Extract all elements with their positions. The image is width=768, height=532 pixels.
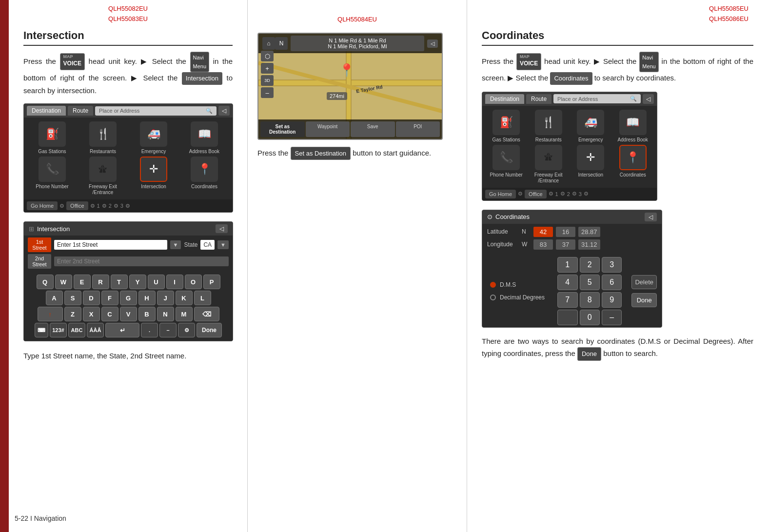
search-bar[interactable]: Place or Address 🔍 bbox=[95, 106, 217, 116]
key-g[interactable]: G bbox=[120, 291, 137, 305]
key-m[interactable]: M bbox=[176, 307, 193, 321]
waypoint-btn[interactable]: Waypoint bbox=[306, 121, 350, 137]
key-accents[interactable]: ÁÀÂ bbox=[87, 323, 104, 337]
emergency-item[interactable]: 🚑 Emergency bbox=[129, 121, 178, 155]
key-4[interactable]: 4 bbox=[557, 275, 577, 290]
map-nav-icon[interactable]: ⬡ bbox=[261, 51, 274, 61]
key-keyboard[interactable]: ⌨ bbox=[35, 323, 48, 337]
key-p[interactable]: P bbox=[203, 275, 220, 289]
key-y[interactable]: Y bbox=[129, 275, 146, 289]
key-z[interactable]: Z bbox=[64, 307, 81, 321]
lat-val1[interactable]: 42 bbox=[533, 227, 553, 237]
go-home-btn-left[interactable]: Go Home bbox=[27, 201, 58, 210]
phone-item-r[interactable]: 📞 Phone Number bbox=[486, 145, 527, 184]
key-2[interactable]: 2 bbox=[580, 257, 600, 273]
freeway-exit-item[interactable]: 🛣 Freeway Exit /Entrance bbox=[79, 157, 127, 196]
route-tab-right[interactable]: Route bbox=[526, 94, 551, 104]
map-home-btn[interactable]: ⌂ bbox=[262, 37, 275, 50]
key-space[interactable]: ↵ bbox=[105, 323, 139, 337]
save-btn[interactable]: Save bbox=[351, 121, 395, 137]
first-street-input[interactable]: Enter 1st Street bbox=[54, 240, 167, 250]
decimal-radio[interactable] bbox=[490, 295, 496, 300]
key-o[interactable]: O bbox=[185, 275, 202, 289]
key-t[interactable]: T bbox=[111, 275, 128, 289]
key-8[interactable]: 8 bbox=[580, 292, 600, 308]
map-zoom-in[interactable]: + bbox=[261, 63, 274, 74]
set-destination-btn[interactable]: Set as Destination bbox=[260, 121, 305, 137]
intersection-item[interactable]: ✛ Intersection bbox=[129, 157, 178, 196]
key-9[interactable]: 9 bbox=[602, 292, 622, 308]
key-3[interactable]: 3 bbox=[602, 257, 622, 273]
kbd-back-btn[interactable]: ◁ bbox=[216, 224, 228, 233]
key-f[interactable]: F bbox=[101, 291, 118, 305]
key-a[interactable]: A bbox=[46, 291, 63, 305]
poi-btn[interactable]: POI bbox=[396, 121, 440, 137]
key-backspace[interactable]: ⌫ bbox=[194, 307, 219, 321]
key-e[interactable]: E bbox=[74, 275, 91, 289]
search-bar-right[interactable]: Place or Address 🔍 bbox=[553, 94, 641, 103]
back-button-dest-right[interactable]: ◁ bbox=[643, 94, 654, 104]
key-6[interactable]: 6 bbox=[602, 275, 622, 290]
key-v[interactable]: V bbox=[120, 307, 137, 321]
go-home-btn-right[interactable]: Go Home bbox=[485, 190, 516, 198]
lat-val3[interactable]: 28.87 bbox=[578, 227, 600, 237]
delete-key[interactable]: Delete bbox=[631, 275, 657, 289]
first-street-dropdown[interactable]: ▼ bbox=[170, 240, 181, 249]
lon-val1[interactable]: 83 bbox=[533, 239, 553, 250]
lon-val3[interactable]: 31.12 bbox=[578, 239, 600, 250]
lon-val2[interactable]: 37 bbox=[556, 239, 575, 250]
key-dash[interactable]: – bbox=[159, 323, 177, 337]
key-h[interactable]: H bbox=[138, 291, 156, 305]
key-k[interactable]: K bbox=[176, 291, 193, 305]
key-x[interactable]: X bbox=[83, 307, 100, 321]
dms-radio[interactable] bbox=[490, 282, 496, 288]
map-n-btn[interactable]: N bbox=[275, 37, 288, 50]
key-settings[interactable]: ⚙ bbox=[178, 323, 195, 337]
key-7[interactable]: 7 bbox=[557, 292, 577, 308]
key-r[interactable]: R bbox=[92, 275, 109, 289]
map-zoom-out[interactable]: – bbox=[261, 87, 274, 98]
office-btn-right[interactable]: Office bbox=[525, 190, 547, 198]
key-done-left[interactable]: Done bbox=[197, 323, 222, 337]
key-l[interactable]: L bbox=[194, 291, 211, 305]
key-b[interactable]: B bbox=[138, 307, 156, 321]
coordinates-item-left[interactable]: 📍 Coordinates bbox=[180, 157, 229, 196]
restaurants-item[interactable]: 🍴 Restaurants bbox=[79, 121, 127, 155]
key-i[interactable]: I bbox=[166, 275, 183, 289]
key-w[interactable]: W bbox=[55, 275, 72, 289]
intersection-item-r[interactable]: ✛ Intersection bbox=[571, 145, 611, 184]
key-s[interactable]: S bbox=[64, 291, 81, 305]
second-street-input[interactable]: Enter 2nd Street bbox=[54, 256, 229, 266]
address-book-item[interactable]: 📖 Address Book bbox=[180, 121, 229, 155]
back-button-dest-left[interactable]: ◁ bbox=[218, 106, 230, 116]
key-0[interactable]: 0 bbox=[580, 310, 600, 325]
destination-tab-right[interactable]: Destination bbox=[485, 94, 524, 104]
key-j[interactable]: J bbox=[157, 291, 174, 305]
key-d[interactable]: D bbox=[83, 291, 100, 305]
lat-val2[interactable]: 16 bbox=[556, 227, 575, 237]
coordinates-item-r[interactable]: 📍 Coordinates bbox=[613, 145, 653, 184]
coords-back-btn[interactable]: ◁ bbox=[645, 213, 657, 221]
key-n[interactable]: N bbox=[157, 307, 174, 321]
done-key-coords[interactable]: Done bbox=[631, 293, 657, 307]
destination-tab[interactable]: Destination bbox=[27, 106, 66, 116]
freeway-item-r[interactable]: 🛣 Freeway Exit /Entrance bbox=[529, 145, 569, 184]
key-123[interactable]: 123# bbox=[50, 323, 67, 337]
key-1[interactable]: 1 bbox=[557, 257, 577, 273]
map-back-btn[interactable]: ◁ bbox=[427, 39, 438, 48]
state-dropdown[interactable]: ▼ bbox=[217, 240, 229, 249]
state-value[interactable]: CA bbox=[200, 240, 215, 250]
address-book-item-r[interactable]: 📖 Address Book bbox=[613, 110, 653, 143]
gas-stations-item-r[interactable]: ⛽ Gas Stations bbox=[486, 110, 527, 143]
key-period[interactable]: . bbox=[141, 323, 158, 337]
key-5[interactable]: 5 bbox=[580, 275, 600, 290]
key-abc[interactable]: ABC bbox=[68, 323, 85, 337]
office-btn-left[interactable]: Office bbox=[66, 201, 88, 210]
key-u[interactable]: U bbox=[148, 275, 165, 289]
map-view-btn[interactable]: 3D bbox=[261, 75, 274, 86]
restaurants-item-r[interactable]: 🍴 Restaurants bbox=[529, 110, 569, 143]
phone-number-item[interactable]: 📞 Phone Number bbox=[28, 157, 77, 196]
key-q[interactable]: Q bbox=[37, 275, 54, 289]
emergency-item-r[interactable]: 🚑 Emergency bbox=[571, 110, 611, 143]
key-c[interactable]: C bbox=[101, 307, 118, 321]
